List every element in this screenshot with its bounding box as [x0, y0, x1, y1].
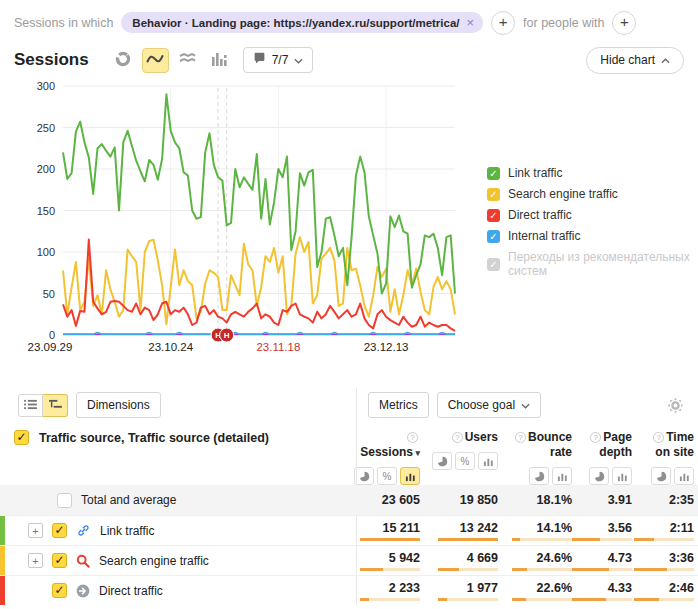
sessions-line-chart[interactable]: 05010015020025030023.09.2923.10.2423.11.…	[0, 74, 470, 370]
metric-value-cell: 18.1%	[500, 485, 574, 515]
metric-value-cell: 4.33	[574, 576, 634, 605]
legend-item-1[interactable]: ✓Link traffic	[487, 166, 698, 180]
help-icon[interactable]: ?	[407, 432, 418, 443]
metric-display-toggles: %	[432, 452, 498, 470]
hide-chart-button[interactable]: Hide chart	[586, 47, 684, 74]
traffic-table: Dimensions Metrics Choose goal ✓ Traffic…	[0, 388, 698, 605]
svg-text:50: 50	[43, 288, 55, 300]
metric-display-pie-button[interactable]	[529, 467, 549, 485]
chevron-up-icon	[661, 53, 670, 67]
svg-text:23.11.18: 23.11.18	[256, 341, 300, 353]
metric-value-cell: 4.73	[574, 546, 634, 575]
tree-view-button[interactable]	[43, 394, 68, 417]
legend-checkbox-icon[interactable]: ✓	[487, 209, 500, 222]
column-header-sessions: ?Sessions ▾%	[356, 430, 422, 485]
dimensions-button[interactable]: Dimensions	[76, 392, 161, 418]
row-checkbox[interactable]: ✓	[52, 583, 67, 598]
chart-type-pie-button[interactable]	[110, 48, 137, 73]
svg-text:200: 200	[37, 163, 55, 175]
legend-checkbox-icon[interactable]: ✓	[487, 258, 500, 271]
annotations-dropdown[interactable]: 7/7	[243, 47, 314, 73]
metric-bar	[360, 538, 420, 541]
list-view-button[interactable]	[18, 394, 43, 417]
help-icon[interactable]: ?	[452, 432, 463, 443]
legend-checkbox-icon[interactable]: ✓	[487, 188, 500, 201]
table-row-total-and-average[interactable]: Total and average23 60519 85018.1%3.912:…	[0, 485, 698, 515]
chart-area: 05010015020025030023.09.2923.10.2423.11.…	[0, 74, 698, 374]
search-icon	[76, 554, 90, 568]
chart-type-columns-button[interactable]	[206, 48, 233, 73]
legend-item-5[interactable]: ✓Переходы из рекомендательных систем	[487, 250, 698, 278]
metric-value-cell: 3:36	[634, 546, 696, 575]
row-checkbox[interactable]	[57, 493, 72, 508]
sort-desc-icon[interactable]: ▾	[413, 448, 420, 458]
metric-display-pie-button[interactable]	[651, 467, 671, 485]
metric-display-bars-button[interactable]	[552, 467, 572, 485]
metric-value: 15 211	[382, 521, 420, 535]
row-label[interactable]: Direct traffic	[99, 584, 163, 598]
column-title[interactable]: ?Time on site	[636, 430, 694, 460]
help-icon[interactable]: ?	[515, 432, 526, 443]
metric-display-bars-button[interactable]	[400, 467, 420, 485]
tree-view-icon	[49, 398, 62, 413]
metric-bar	[572, 538, 632, 541]
metric-value-cell: 2 233	[356, 576, 422, 605]
comment-bubble-icon	[253, 52, 266, 68]
add-user-condition-button[interactable]: +	[612, 11, 636, 35]
segment-pill[interactable]: Behavior · Landing page: https://yandex.…	[121, 12, 483, 33]
metric-bar	[634, 598, 694, 601]
column-title[interactable]: ?Bounce rate	[502, 430, 572, 460]
svg-text:150: 150	[37, 205, 55, 217]
expand-row-button[interactable]: +	[28, 553, 43, 568]
svg-text:250: 250	[37, 122, 55, 134]
column-title[interactable]: ?Users	[452, 430, 498, 445]
dimension-header-label: Traffic source, Traffic source (detailed…	[39, 430, 269, 445]
legend-checkbox-icon[interactable]: ✓	[487, 230, 500, 243]
table-row-link-traffic[interactable]: +✓Link traffic15 21113 24214.1%3.562:11	[0, 515, 698, 545]
row-label[interactable]: Search engine traffic	[99, 554, 209, 568]
series-color-stripe	[0, 546, 5, 575]
select-all-checkbox[interactable]: ✓	[14, 430, 29, 445]
chart-type-line-button[interactable]	[142, 48, 169, 73]
metric-value-cell: 2:46	[634, 576, 696, 605]
column-title[interactable]: ?Page depth	[576, 430, 632, 460]
metric-display-percent-button[interactable]: %	[377, 467, 397, 485]
table-row-search-engine-traffic[interactable]: +✓Search engine traffic5 9424 66924.6%4.…	[0, 545, 698, 575]
column-title[interactable]: ?Sessions ▾	[358, 430, 420, 460]
add-session-condition-button[interactable]: +	[491, 11, 515, 35]
row-label[interactable]: Link traffic	[100, 524, 154, 538]
metric-value-cell: 23 605	[356, 485, 422, 515]
help-icon[interactable]: ?	[653, 432, 664, 443]
chart-type-stacked-button[interactable]	[174, 48, 201, 73]
legend-item-4[interactable]: ✓Internal traffic	[487, 229, 698, 243]
chart-legend: ✓Link traffic✓Search engine traffic✓Dire…	[487, 166, 698, 278]
table-settings-gear-icon[interactable]	[667, 397, 684, 414]
remove-segment-icon[interactable]: ×	[467, 16, 475, 29]
metric-display-pie-button[interactable]	[589, 467, 609, 485]
metrics-button[interactable]: Metrics	[368, 392, 429, 418]
metric-display-bars-button[interactable]	[612, 467, 632, 485]
metric-display-pie-button[interactable]	[432, 452, 452, 470]
metric-bar	[634, 538, 694, 541]
metric-display-percent-button[interactable]: %	[455, 452, 475, 470]
metric-bar	[512, 568, 572, 571]
legend-item-3[interactable]: ✓Direct traffic	[487, 208, 698, 222]
pie-chart-icon	[115, 51, 131, 70]
column-header-bounce-rate: ?Bounce rate	[500, 430, 574, 485]
expand-row-button[interactable]: +	[28, 523, 43, 538]
legend-item-2[interactable]: ✓Search engine traffic	[487, 187, 698, 201]
series-color-stripe	[0, 576, 5, 605]
table-row-direct-traffic[interactable]: ✓Direct traffic2 2331 97722.6%4.332:46	[0, 575, 698, 605]
metric-display-bars-button[interactable]	[478, 452, 498, 470]
column-header-users: ?Users%	[422, 430, 500, 485]
list-view-icon	[24, 398, 37, 413]
choose-goal-dropdown[interactable]: Choose goal	[437, 392, 541, 418]
row-checkbox[interactable]: ✓	[52, 553, 67, 568]
row-label[interactable]: Total and average	[81, 493, 176, 507]
help-icon[interactable]: ?	[590, 432, 601, 443]
metric-display-pie-button[interactable]	[354, 467, 374, 485]
metric-display-bars-button[interactable]	[674, 467, 694, 485]
legend-checkbox-icon[interactable]: ✓	[487, 167, 500, 180]
metric-display-toggles: %	[354, 467, 420, 485]
row-checkbox[interactable]: ✓	[52, 523, 67, 538]
